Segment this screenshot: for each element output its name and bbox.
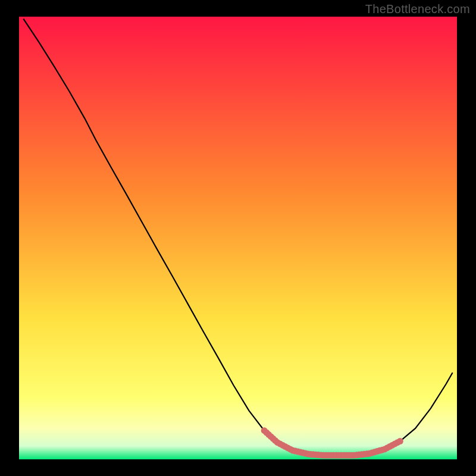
chart-plot [19,17,457,459]
watermark-text: TheBottleneck.com [365,2,470,16]
optimal-dot [397,438,403,444]
